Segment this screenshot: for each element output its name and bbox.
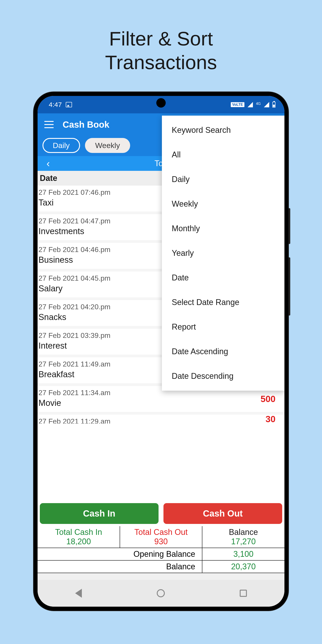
status-time: 4:47: [49, 101, 62, 108]
cash-in-button[interactable]: Cash In: [40, 503, 158, 524]
spacer: [38, 573, 284, 580]
marketing-line-2: Transactions: [105, 50, 217, 74]
phone-screen: 4:47 VoLTE 4G Cash Book: [38, 96, 284, 607]
menu-item-monthly[interactable]: Monthly: [162, 216, 284, 241]
signal-icon: [248, 102, 253, 107]
marketing-line-1: Filter & Sort: [105, 27, 217, 50]
network-4g-icon: 4G: [256, 102, 261, 106]
total-cash-in-value: 18,200: [39, 537, 118, 546]
menu-item-select-date-range[interactable]: Select Date Range: [162, 290, 284, 314]
menu-item-daily[interactable]: Daily: [162, 167, 284, 192]
total-cash-out-label: Total Cash Out: [122, 528, 200, 537]
volte-badge: VoLTE: [231, 102, 244, 107]
action-buttons: Cash In Cash Out: [38, 501, 284, 526]
transaction-row[interactable]: 27 Feb 2021 11:29.am 30: [38, 414, 284, 424]
chevron-left-icon[interactable]: ‹: [46, 158, 50, 169]
balance-label: Balance: [204, 528, 283, 537]
nav-home-icon[interactable]: [157, 589, 165, 597]
filter-sort-menu: Keyword Search All Daily Weekly Monthly …: [162, 116, 284, 391]
final-balance-label: Balance: [38, 560, 202, 573]
android-nav-bar: [38, 580, 284, 607]
tab-daily[interactable]: Daily: [42, 138, 80, 153]
signal-icon: [264, 102, 269, 107]
nav-back-icon[interactable]: [75, 589, 82, 598]
nav-recent-icon[interactable]: [240, 590, 247, 597]
transaction-amount: 500: [260, 394, 276, 404]
opening-balance-label: Opening Balance: [38, 548, 202, 560]
hamburger-menu-icon[interactable]: [44, 121, 54, 128]
transaction-date: 27 Feb 2021 11:29.am: [38, 417, 283, 424]
menu-item-yearly[interactable]: Yearly: [162, 241, 284, 266]
menu-item-all[interactable]: All: [162, 142, 284, 167]
menu-item-date-descending[interactable]: Date Descending: [162, 364, 284, 388]
total-cash-in-label: Total Cash In: [39, 528, 118, 537]
total-cash-out-value: 930: [122, 537, 200, 546]
transaction-amount: 30: [266, 414, 276, 424]
transaction-title: Movie: [38, 398, 283, 408]
final-balance-value: 20,370: [202, 560, 284, 573]
menu-item-date-ascending[interactable]: Date Ascending: [162, 339, 284, 364]
menu-item-report[interactable]: Report: [162, 314, 284, 339]
balance-value: 17,270: [204, 537, 283, 546]
menu-item-date[interactable]: Date: [162, 266, 284, 290]
summary-table: Total Cash In 18,200 Total Cash Out 930 …: [38, 526, 284, 573]
camera-notch: [156, 98, 166, 108]
marketing-title: Filter & Sort Transactions: [105, 27, 217, 74]
phone-side-button: [288, 258, 290, 316]
phone-frame: 4:47 VoLTE 4G Cash Book: [34, 92, 288, 611]
phone-side-button: [288, 208, 290, 244]
app-title: Cash Book: [62, 120, 109, 130]
picture-icon: [66, 102, 72, 107]
menu-item-weekly[interactable]: Weekly: [162, 192, 284, 216]
battery-icon: [272, 102, 276, 108]
cash-out-button[interactable]: Cash Out: [164, 503, 282, 524]
opening-balance-value: 3,100: [202, 548, 284, 560]
menu-item-keyword-search[interactable]: Keyword Search: [162, 118, 284, 142]
tab-weekly[interactable]: Weekly: [85, 138, 130, 153]
